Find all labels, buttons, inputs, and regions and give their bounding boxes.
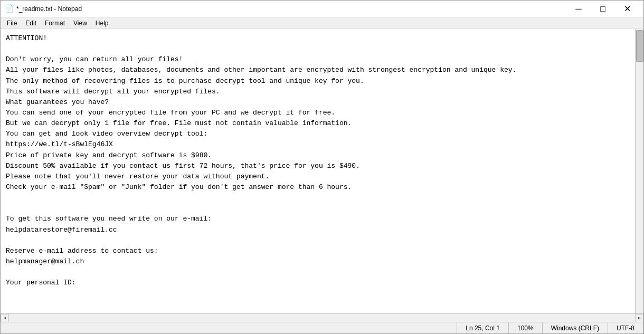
notepad-window: 📄 *_readme.txt - Notepad ─ □ ✕ File Edit… bbox=[0, 0, 644, 334]
scroll-left-arrow[interactable]: ◂ bbox=[1, 314, 9, 322]
menu-view[interactable]: View bbox=[69, 17, 91, 28]
maximize-button[interactable]: □ bbox=[591, 1, 615, 17]
text-editor[interactable] bbox=[1, 29, 635, 313]
close-button[interactable]: ✕ bbox=[615, 1, 639, 17]
editor-area bbox=[1, 29, 643, 313]
scrollbar-thumb[interactable] bbox=[636, 30, 643, 62]
menu-file[interactable]: File bbox=[3, 17, 21, 28]
status-encoding: UTF-8 bbox=[608, 322, 643, 333]
scroll-right-arrow[interactable]: ▸ bbox=[635, 314, 643, 322]
window-title: *_readme.txt - Notepad bbox=[16, 5, 566, 13]
menu-edit[interactable]: Edit bbox=[21, 17, 41, 28]
menu-help[interactable]: Help bbox=[91, 17, 113, 28]
menu-bar: File Edit Format View Help bbox=[1, 17, 643, 29]
app-icon: 📄 bbox=[5, 5, 13, 13]
status-line-ending: Windows (CRLF) bbox=[543, 322, 608, 333]
status-position: Ln 25, Col 1 bbox=[457, 322, 509, 333]
scrollbar-h-track[interactable] bbox=[9, 314, 635, 322]
status-zoom: 100% bbox=[509, 322, 543, 333]
minimize-button[interactable]: ─ bbox=[566, 1, 591, 17]
vertical-scrollbar[interactable] bbox=[635, 29, 643, 313]
status-bar: Ln 25, Col 1 100% Windows (CRLF) UTF-8 bbox=[1, 322, 643, 333]
menu-format[interactable]: Format bbox=[41, 17, 69, 28]
window-controls: ─ □ ✕ bbox=[566, 1, 639, 17]
horizontal-scrollbar[interactable]: ◂ ▸ bbox=[1, 313, 643, 322]
title-bar: 📄 *_readme.txt - Notepad ─ □ ✕ bbox=[1, 1, 643, 17]
status-spacer bbox=[1, 322, 457, 333]
